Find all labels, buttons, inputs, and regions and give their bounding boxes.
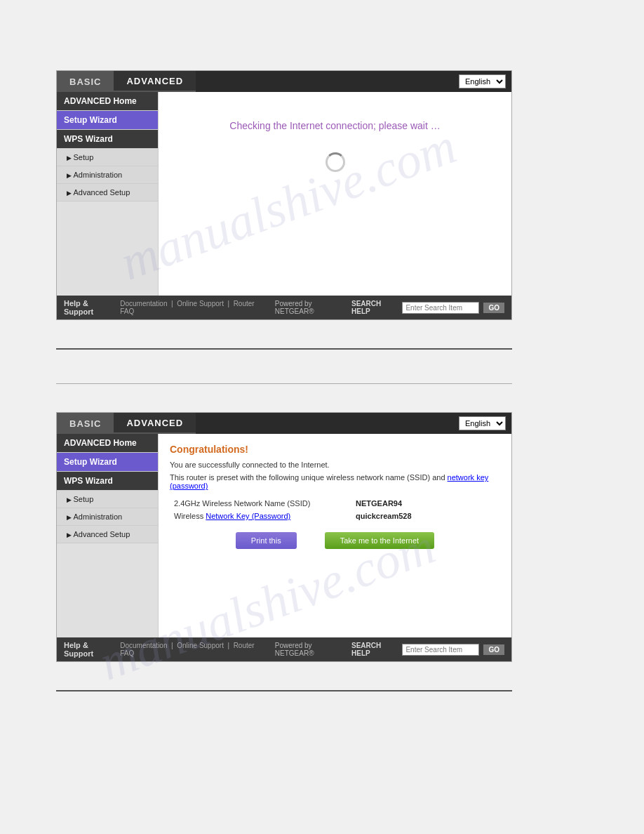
footer-go-btn-2[interactable]: GO: [483, 644, 504, 655]
nav-advanced-tab-2[interactable]: ADVANCED: [114, 413, 196, 434]
nav-advanced-tab-1[interactable]: ADVANCED: [114, 71, 196, 92]
divider-line-3: [56, 690, 512, 691]
print-button[interactable]: Print this: [236, 532, 297, 549]
sidebar-item-setup-wizard-1[interactable]: Setup Wizard: [57, 111, 158, 130]
sidebar-item-advanced-setup-2[interactable]: Advanced Setup: [57, 526, 158, 543]
connected-text: You are successfully connected to the In…: [170, 461, 500, 469]
footer-help-label-2: Help & Support: [64, 641, 116, 658]
lang-select-wrapper-1: English: [459, 71, 511, 92]
action-buttons-row: Print this Take me to the Internet: [170, 532, 500, 549]
password-label: Wireless Network Key (Password): [170, 510, 351, 522]
sidebar-item-advanced-home-1[interactable]: ADVANCED Home: [57, 92, 158, 111]
congrats-title: Congratulations!: [170, 444, 500, 455]
panel-body-2: ADVANCED Home Setup Wizard WPS Wizard Se…: [57, 434, 511, 637]
table-row-password: Wireless Network Key (Password) quickcre…: [170, 510, 500, 522]
internet-button[interactable]: Take me to the Internet: [325, 532, 435, 549]
checking-text: Checking the Internet connection; please…: [229, 120, 440, 131]
top-nav-1: BASIC ADVANCED English: [57, 71, 511, 92]
sidebar-item-wps-wizard-2[interactable]: WPS Wizard: [57, 472, 158, 491]
sidebar-item-setup-1[interactable]: Setup: [57, 149, 158, 166]
ssid-value: NETGEAR94: [351, 497, 500, 510]
footer-links-2: Documentation | Online Support | Router …: [120, 642, 260, 657]
preset-text: This router is preset with the following…: [170, 473, 500, 490]
nav-basic-tab-2[interactable]: BASIC: [57, 413, 114, 434]
table-row-ssid: 2.4GHz Wireless Network Name (SSID) NETG…: [170, 497, 500, 510]
language-select-1[interactable]: English: [459, 74, 506, 88]
footer-doc-link-1[interactable]: Documentation: [120, 300, 167, 307]
loading-spinner: [326, 152, 345, 172]
router-panel-2: BASIC ADVANCED English ADVANCED Home Set…: [56, 412, 512, 662]
footer-powered-2: Powered by NETGEAR®: [275, 642, 347, 657]
sidebar-1: ADVANCED Home Setup Wizard WPS Wizard Se…: [57, 92, 159, 296]
sidebar-item-admin-2[interactable]: Administration: [57, 508, 158, 526]
content-area-2: Congratulations! You are successfully co…: [159, 434, 511, 637]
footer-search-input-2[interactable]: [402, 644, 479, 656]
router-panel-1: BASIC ADVANCED English ADVANCED Home Set…: [56, 70, 512, 320]
sidebar-item-admin-1[interactable]: Administration: [57, 166, 158, 184]
divider-line-2: [56, 383, 512, 384]
panel-footer-2: Help & Support Documentation | Online Su…: [57, 637, 511, 661]
footer-search-input-1[interactable]: [402, 302, 479, 314]
sidebar-item-setup-2[interactable]: Setup: [57, 491, 158, 508]
language-select-2[interactable]: English: [459, 416, 506, 430]
sidebar-item-wps-wizard-1[interactable]: WPS Wizard: [57, 130, 158, 149]
password-value: quickcream528: [351, 510, 500, 522]
footer-search-label-2: SEARCH HELP: [351, 642, 398, 657]
footer-search-label-1: SEARCH HELP: [351, 300, 398, 315]
footer-support-link-1[interactable]: Online Support: [177, 300, 224, 307]
footer-support-link-2[interactable]: Online Support: [177, 642, 224, 649]
sidebar-item-setup-wizard-2[interactable]: Setup Wizard: [57, 453, 158, 472]
password-link[interactable]: Network Key (Password): [206, 512, 290, 520]
sidebar-2: ADVANCED Home Setup Wizard WPS Wizard Se…: [57, 434, 159, 637]
footer-doc-link-2[interactable]: Documentation: [120, 642, 167, 649]
ssid-label: 2.4GHz Wireless Network Name (SSID): [170, 497, 351, 510]
panel-body-1: ADVANCED Home Setup Wizard WPS Wizard Se…: [57, 92, 511, 296]
panel-footer-1: Help & Support Documentation | Online Su…: [57, 296, 511, 319]
footer-links-1: Documentation | Online Support | Router …: [120, 300, 260, 315]
nav-basic-tab-1[interactable]: BASIC: [57, 71, 114, 92]
footer-powered-1: Powered by NETGEAR®: [275, 300, 347, 315]
divider-line-1: [56, 348, 512, 350]
sidebar-item-advanced-setup-1[interactable]: Advanced Setup: [57, 184, 158, 201]
content-area-1: Checking the Internet connection; please…: [159, 92, 511, 296]
lang-select-wrapper-2: English: [459, 413, 511, 434]
footer-go-btn-1[interactable]: GO: [483, 303, 504, 313]
top-nav-2: BASIC ADVANCED English: [57, 413, 511, 434]
network-info-table: 2.4GHz Wireless Network Name (SSID) NETG…: [170, 497, 500, 522]
sidebar-item-advanced-home-2[interactable]: ADVANCED Home: [57, 434, 158, 453]
footer-help-label-1: Help & Support: [64, 299, 116, 316]
